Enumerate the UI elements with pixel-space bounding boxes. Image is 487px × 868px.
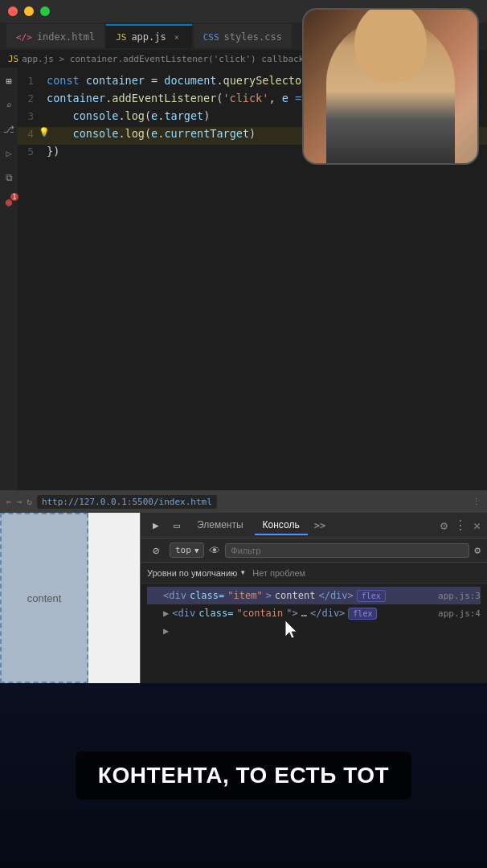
dom-tag-end2: </div> — [310, 608, 345, 619]
dom-flex-badge2: flex — [348, 608, 377, 620]
devtools-tab-elements[interactable]: Элементы — [189, 516, 252, 535]
browser-menu-icon[interactable]: ⋮ — [472, 497, 481, 507]
devtools-toolbar: ▶ ▭ Элементы Консоль >> ⚙ ⋮ ✕ — [141, 513, 487, 538]
browser-area: ← → ↻ http://127.0.0.1:5500/index.html ⋮… — [0, 490, 487, 683]
sidebar-debug-icon[interactable]: ▷ — [2, 146, 16, 161]
dom-expand-arrow[interactable]: ▶ — [163, 608, 169, 619]
devtools-close-icon[interactable]: ✕ — [473, 518, 481, 533]
preview-content-element: content — [0, 513, 88, 683]
dom-tag-close: > — [266, 590, 272, 601]
caption-background: контента, то есть тот — [76, 751, 411, 800]
browser-preview: content — [0, 513, 141, 683]
tab-label: index.html — [37, 31, 95, 43]
minimize-button[interactable] — [24, 6, 34, 16]
devtools-more-icon[interactable]: >> — [311, 517, 329, 534]
dom-ellipsis: … — [301, 608, 307, 619]
dom-text-content: content — [275, 590, 316, 601]
browser-url-bar[interactable]: http://127.0.0.1:5500/index.html — [37, 495, 217, 509]
devtools-settings-icon[interactable]: ⚙ — [440, 518, 448, 533]
dom-flex-badge: flex — [357, 590, 386, 602]
caption-area: контента, то есть тот — [0, 683, 487, 868]
dom-attr-class2: class= — [198, 608, 233, 619]
devtools-level-bar: Уровни по умолчанию ▼ Нет проблем — [141, 563, 487, 583]
dom-tag-open2: <div — [172, 608, 195, 619]
top-label: top — [175, 545, 191, 555]
maximize-button[interactable] — [40, 6, 50, 16]
dom-attr-val-contain: "contain — [237, 608, 284, 619]
webcam-overlay — [302, 8, 479, 165]
devtools-dom-tree: <div class="item">content</div> flex app… — [141, 583, 487, 683]
browser-refresh-icon[interactable]: ↻ — [27, 497, 32, 507]
breadcrumb-file-icon: JS — [8, 54, 18, 64]
dom-tag-open: <div — [163, 590, 186, 601]
devtools-device-icon[interactable]: ▭ — [168, 517, 186, 534]
devtools-filter-input[interactable] — [225, 543, 469, 558]
tab-index-html[interactable]: </> index.html — [6, 24, 104, 48]
line-code: container.addEventListener('click', e =>… — [47, 92, 321, 104]
devtools-inspect-icon[interactable]: ▶ — [147, 517, 165, 534]
browser-forward-icon[interactable]: → — [17, 497, 23, 507]
browser-content: content ▶ ▭ Элементы Консоль >> ⚙ ⋮ ✕ ⊘ — [0, 513, 487, 683]
top-dropdown-icon: ▼ — [194, 547, 198, 555]
line-number: 3 — [18, 110, 47, 122]
devtools-eye-icon[interactable]: 👁 — [209, 544, 220, 557]
tab-styles-css[interactable]: CSS styles.css — [194, 24, 292, 48]
sidebar-explorer-icon[interactable]: ⊞ — [2, 74, 16, 88]
dom-source-link-2[interactable]: app.js:4 — [438, 608, 481, 619]
devtools-tab-console[interactable]: Консоль — [255, 516, 308, 535]
html-icon: </> — [16, 32, 32, 43]
line-number: 5 — [18, 145, 47, 158]
sidebar-extensions-icon[interactable]: ⧉ — [2, 170, 16, 185]
caption-text: контента, то есть тот — [98, 763, 389, 788]
devtools-panel: ▶ ▭ Элементы Консоль >> ⚙ ⋮ ✕ ⊘ top ▼ 👁 … — [141, 513, 487, 683]
js-icon: JS — [116, 32, 126, 43]
sidebar-search-icon[interactable]: ⌕ — [2, 98, 16, 113]
warning-gutter-icon: 💡 — [39, 127, 50, 137]
sidebar-error-badge: ●1 — [2, 194, 16, 209]
devtools-subbar: ⊘ top ▼ 👁 ⚙ — [141, 538, 487, 563]
webcam-head — [354, 8, 427, 83]
left-sidebar: ⊞ ⌕ ⎇ ▷ ⧉ ●1 — [0, 68, 18, 490]
devtools-level-selector[interactable]: Уровни по умолчанию ▼ — [147, 568, 246, 578]
dom-row-container[interactable]: ▶ <div class="contain"> … </div> flex ap… — [147, 604, 481, 622]
browser-toolbar: ← → ↻ http://127.0.0.1:5500/index.html ⋮ — [0, 490, 487, 513]
devtools-options-icon[interactable]: ⋮ — [451, 518, 470, 533]
tab-close-icon[interactable]: × — [171, 31, 182, 43]
dom-tag-end: </div> — [318, 590, 353, 601]
tab-label: app.js — [131, 31, 166, 43]
sidebar-git-icon[interactable]: ⎇ — [2, 122, 16, 137]
css-icon: CSS — [203, 32, 219, 43]
browser-back-icon[interactable]: ← — [6, 497, 12, 507]
line-code: console.log(e.currentTarget) — [47, 127, 256, 140]
close-button[interactable] — [8, 6, 18, 16]
tab-app-js[interactable]: JS app.js × — [106, 24, 192, 48]
tab-label: styles.css — [224, 31, 282, 43]
top-context-selector[interactable]: top ▼ — [170, 542, 204, 558]
dom-row-item[interactable]: <div class="item">content</div> flex app… — [147, 587, 481, 604]
breadcrumb-text: app.js > container.addEventListener('cli… — [22, 54, 304, 64]
line-number: 1 — [18, 75, 47, 87]
dom-attr-val-item: "item" — [227, 590, 262, 601]
dom-more-icon: ▶ — [163, 625, 169, 637]
devtools-filter-settings-icon[interactable]: ⚙ — [474, 544, 481, 556]
dom-attr-class: class= — [190, 590, 224, 601]
line-code: }) — [47, 145, 59, 158]
dom-more-arrow[interactable]: ▶ — [147, 622, 481, 640]
line-code: console.log(e.target) — [47, 109, 210, 122]
vscode-area: </> index.html JS app.js × CSS styles.cs… — [0, 0, 487, 490]
no-issues-label: Нет проблем — [252, 568, 305, 578]
line-number: 2 — [18, 92, 47, 104]
level-label: Уровни по умолчанию — [147, 568, 237, 578]
level-arrow-icon: ▼ — [239, 569, 246, 576]
devtools-no-entry-icon[interactable]: ⊘ — [147, 542, 165, 559]
dom-source-link-1[interactable]: app.js:3 — [438, 591, 481, 601]
